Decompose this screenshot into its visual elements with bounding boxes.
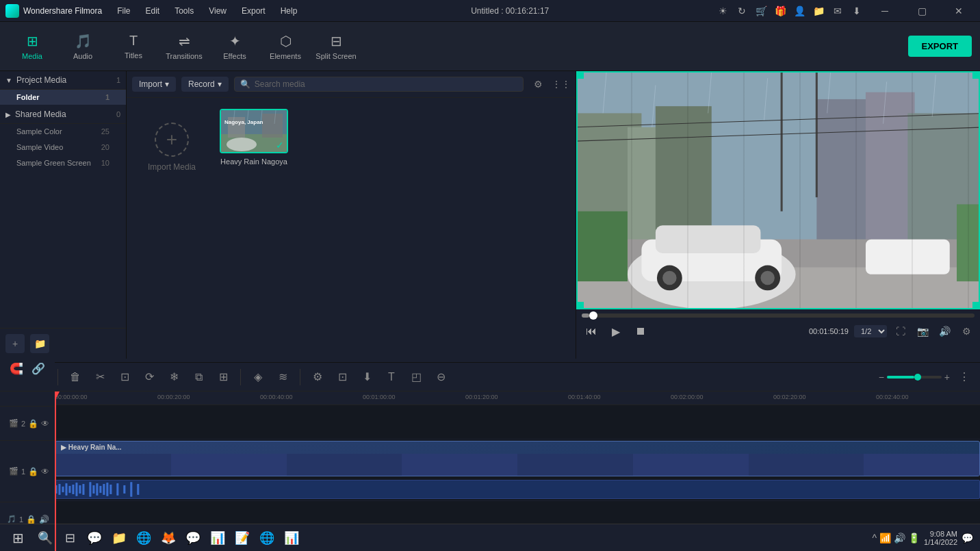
split-button[interactable]: ⧉ bbox=[188, 367, 209, 387]
word-icon[interactable]: 📝 bbox=[231, 527, 253, 549]
cart-icon[interactable]: 🛒 bbox=[754, 4, 768, 18]
widgets-taskbar-icon[interactable]: ⊟ bbox=[59, 527, 81, 549]
toolbar-transitions[interactable]: ⇌ Transitions bbox=[160, 26, 208, 67]
record-button[interactable]: Record ▾ bbox=[181, 77, 229, 92]
taskbar-right: ^ 📶 🔊 🔋 9:08 AM 1/14/2022 💬 bbox=[872, 530, 973, 546]
close-button[interactable]: ✕ bbox=[943, 0, 975, 22]
text-button[interactable]: T bbox=[381, 367, 402, 387]
sample-green-screen-label: Sample Green Screen bbox=[16, 159, 91, 167]
archive-icon[interactable]: 📁 bbox=[812, 4, 825, 18]
stop-button[interactable]: ⏹ bbox=[631, 322, 650, 341]
menu-edit[interactable]: Edit bbox=[139, 5, 167, 17]
audio-mix-button[interactable]: ≋ bbox=[272, 367, 293, 387]
search-box[interactable]: 🔍 Search media bbox=[234, 77, 524, 92]
skype-icon[interactable]: 💬 bbox=[182, 527, 204, 549]
snapshot-button[interactable]: 📷 bbox=[914, 323, 931, 339]
volume-sys-icon[interactable]: 🔊 bbox=[894, 533, 905, 543]
search-taskbar-icon[interactable]: 🔍 bbox=[34, 527, 56, 549]
notification-icon[interactable]: 💬 bbox=[962, 533, 973, 543]
chrome-icon[interactable]: 🌐 bbox=[133, 527, 155, 549]
volume-button[interactable]: 🔊 bbox=[936, 323, 953, 339]
menu-export[interactable]: Export bbox=[235, 5, 272, 17]
expand-button[interactable]: ⋮ bbox=[954, 367, 975, 387]
sample-color-section[interactable]: Sample Color 25 bbox=[0, 124, 126, 140]
preview-controls: ⏮ ▶ ⏹ 00:01:50:19 1/2 1 2 ⛶ 📷 🔊 ⚙ bbox=[576, 309, 980, 359]
progress-bar[interactable] bbox=[582, 313, 975, 318]
gift-icon[interactable]: 🎁 bbox=[773, 4, 787, 18]
settings2-button[interactable]: ⚙ bbox=[307, 367, 328, 387]
sample-video-count: 20 bbox=[101, 143, 109, 151]
speed-button[interactable]: ⟳ bbox=[139, 367, 159, 387]
speed-select[interactable]: 1/2 1 2 bbox=[854, 325, 887, 337]
caption-button[interactable]: ⊡ bbox=[332, 367, 352, 387]
start-button[interactable]: ⊞ bbox=[7, 527, 29, 549]
folder-button[interactable]: 📁 bbox=[30, 334, 49, 353]
mail-icon[interactable]: ✉ bbox=[831, 4, 844, 18]
menu-help[interactable]: Help bbox=[274, 5, 305, 17]
eye1-icon[interactable]: 👁 bbox=[41, 467, 49, 476]
delete-button[interactable]: 🗑 bbox=[65, 367, 86, 387]
minus-button[interactable]: ⊖ bbox=[430, 367, 451, 387]
chrome2-icon[interactable]: 🌐 bbox=[256, 527, 278, 549]
toolbar-media[interactable]: ⊞ Media bbox=[8, 26, 56, 67]
unknown1-icon[interactable]: 📊 bbox=[207, 527, 229, 549]
excel-icon[interactable]: 📊 bbox=[281, 527, 302, 549]
fit-button[interactable]: ⊞ bbox=[213, 367, 233, 387]
fullscreen-button[interactable]: ⛶ bbox=[892, 323, 909, 339]
export-button[interactable]: EXPORT bbox=[908, 36, 972, 57]
add-media-button[interactable]: + bbox=[5, 334, 25, 353]
folder-section[interactable]: Folder 1 bbox=[0, 90, 126, 105]
filter-button[interactable]: ⚙ bbox=[529, 75, 547, 93]
sample-green-screen-section[interactable]: Sample Green Screen 10 bbox=[0, 155, 126, 171]
import-button[interactable]: Import ▾ bbox=[132, 77, 176, 92]
file-explorer-icon[interactable]: 📁 bbox=[108, 527, 130, 549]
eye2-icon[interactable]: 👁 bbox=[41, 419, 49, 428]
firefox-icon[interactable]: 🦊 bbox=[157, 527, 179, 549]
cut-button[interactable]: ✂ bbox=[90, 367, 110, 387]
minimize-button[interactable]: ─ bbox=[869, 0, 901, 22]
toolbar-elements[interactable]: ⬡ Elements bbox=[261, 26, 309, 67]
zoom-slider[interactable] bbox=[887, 376, 942, 379]
media-thumbnail[interactable]: Nagoya, Japan ✓ Heavy Rain Nagoya bbox=[220, 109, 288, 166]
color-button[interactable]: ◈ bbox=[248, 367, 268, 387]
zoom-control: − + bbox=[879, 372, 950, 383]
refresh-icon[interactable]: ↻ bbox=[735, 4, 749, 18]
audio-volume-icon[interactable]: 🔊 bbox=[39, 515, 49, 524]
prev-frame-button[interactable]: ⏮ bbox=[582, 322, 601, 341]
audio-lock-icon[interactable]: 🔒 bbox=[26, 515, 36, 524]
import-media-area[interactable]: + Import Media bbox=[138, 123, 206, 172]
grid-button[interactable]: ⋮⋮ bbox=[552, 75, 570, 93]
maximize-button[interactable]: ▢ bbox=[906, 0, 938, 22]
zoom-in-icon[interactable]: + bbox=[944, 372, 950, 383]
sun-icon[interactable]: ☀ bbox=[716, 4, 730, 18]
battery-icon[interactable]: 🔋 bbox=[908, 533, 920, 543]
toolbar-audio[interactable]: 🎵 Audio bbox=[59, 26, 107, 67]
teams-taskbar-icon[interactable]: 💬 bbox=[83, 527, 105, 549]
crop-button[interactable]: ⊡ bbox=[114, 367, 135, 387]
freeze-button[interactable]: ❄ bbox=[164, 367, 184, 387]
snap-button[interactable]: 🧲 bbox=[8, 360, 25, 376]
wifi-icon[interactable]: 📶 bbox=[879, 533, 891, 543]
toolbar-effects[interactable]: ✦ Effects bbox=[211, 26, 259, 67]
toolbar-split-screen[interactable]: ⊟ Split Screen bbox=[312, 26, 360, 67]
zoom-out-icon[interactable]: − bbox=[879, 372, 884, 383]
playhead[interactable] bbox=[55, 392, 56, 551]
lock1-icon[interactable]: 🔒 bbox=[28, 467, 38, 476]
pip-button[interactable]: ◰ bbox=[406, 367, 426, 387]
settings-button[interactable]: ⚙ bbox=[958, 323, 975, 339]
menu-view[interactable]: View bbox=[202, 5, 233, 17]
sample-video-section[interactable]: Sample Video 20 bbox=[0, 140, 126, 155]
lock2-icon[interactable]: 🔒 bbox=[28, 419, 38, 428]
shared-media-section[interactable]: ▶ Shared Media 0 bbox=[0, 105, 126, 124]
project-media-section[interactable]: ▼ Project Media 1 bbox=[0, 71, 126, 90]
attach-button[interactable]: 🔗 bbox=[30, 360, 47, 376]
play-button[interactable]: ▶ bbox=[606, 322, 626, 341]
toolbar-titles[interactable]: T Titles bbox=[109, 26, 157, 67]
video-clip[interactable]: ▶ Heavy Rain Na... bbox=[55, 441, 980, 476]
menu-file[interactable]: File bbox=[110, 5, 137, 17]
user-icon[interactable]: 👤 bbox=[792, 4, 806, 18]
chevron-up-icon[interactable]: ^ bbox=[872, 533, 877, 543]
download-icon[interactable]: ⬇ bbox=[850, 4, 864, 18]
menu-tools[interactable]: Tools bbox=[168, 5, 201, 17]
motion-button[interactable]: ⬇ bbox=[357, 367, 377, 387]
